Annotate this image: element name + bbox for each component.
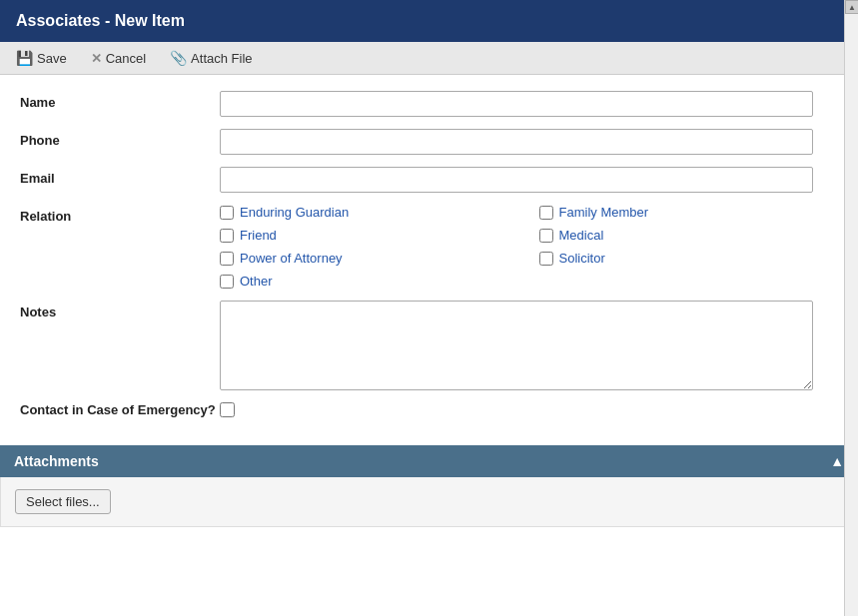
relation-checkbox-label: Family Member <box>559 205 649 220</box>
relation-checkbox-item[interactable]: Enduring Guardian <box>220 205 519 220</box>
relation-grid: Enduring GuardianFamily MemberFriendMedi… <box>220 205 838 289</box>
cancel-icon: ✕ <box>91 51 102 66</box>
email-row: Email <box>20 167 838 193</box>
relation-checkbox-rel-solicitor[interactable] <box>539 252 553 266</box>
attachments-body: Select files... <box>0 477 858 527</box>
attach-file-button[interactable]: 📎 Attach File <box>166 48 256 68</box>
relation-checkbox-rel-medical[interactable] <box>539 229 553 243</box>
notes-row: Notes <box>20 301 838 390</box>
scroll-up-arrow[interactable]: ▲ <box>845 0 858 14</box>
relation-checkbox-label: Solicitor <box>559 251 605 266</box>
relation-checkbox-item[interactable]: Family Member <box>539 205 839 220</box>
email-input[interactable] <box>220 167 813 193</box>
save-icon: 💾 <box>16 50 33 66</box>
emergency-label: Contact in Case of Emergency? <box>20 402 220 417</box>
save-button[interactable]: 💾 Save <box>12 48 71 68</box>
relation-checkbox-rel-friend[interactable] <box>220 229 234 243</box>
attachments-header[interactable]: Attachments ▲ <box>0 445 858 477</box>
attach-icon: 📎 <box>170 50 187 66</box>
attachments-title: Attachments <box>14 453 99 469</box>
phone-row: Phone <box>20 129 838 155</box>
relation-checkbox-rel-other[interactable] <box>220 275 234 289</box>
cancel-button[interactable]: ✕ Cancel <box>87 49 150 68</box>
relation-checkbox-item[interactable]: Medical <box>539 228 839 243</box>
relation-checkbox-item[interactable]: Other <box>220 274 519 289</box>
name-row: Name <box>20 91 838 117</box>
relation-checkbox-item[interactable]: Friend <box>220 228 519 243</box>
emergency-checkbox[interactable] <box>220 402 235 417</box>
phone-input[interactable] <box>220 129 813 155</box>
name-input[interactable] <box>220 91 813 117</box>
relation-checkbox-rel-family[interactable] <box>539 206 553 220</box>
relation-checkbox-label: Other <box>240 274 273 289</box>
select-files-button[interactable]: Select files... <box>15 489 111 514</box>
relation-checkbox-item[interactable]: Solicitor <box>539 251 839 266</box>
page-wrapper: Associates - New Item 💾 Save ✕ Cancel 📎 … <box>0 0 858 527</box>
toolbar: 💾 Save ✕ Cancel 📎 Attach File <box>0 42 858 75</box>
page-title: Associates - New Item <box>16 12 185 29</box>
relation-checkbox-label: Medical <box>559 228 604 243</box>
notes-textarea[interactable] <box>220 301 813 390</box>
relation-checkbox-label: Friend <box>240 228 277 243</box>
relation-label: Relation <box>20 205 220 224</box>
relation-checkbox-rel-enduring[interactable] <box>220 206 234 220</box>
form-content: Name Phone Email Relation Enduring Guard… <box>0 75 858 445</box>
relation-checkbox-label: Enduring Guardian <box>240 205 349 220</box>
relation-row: Relation Enduring GuardianFamily MemberF… <box>20 205 838 289</box>
phone-label: Phone <box>20 129 220 148</box>
email-label: Email <box>20 167 220 186</box>
attachments-section: Attachments ▲ Select files... <box>0 445 858 527</box>
relation-checkbox-item[interactable]: Power of Attorney <box>220 251 519 266</box>
emergency-row: Contact in Case of Emergency? <box>20 402 838 417</box>
relation-checkbox-rel-power[interactable] <box>220 252 234 266</box>
chevron-up-icon: ▲ <box>830 453 844 469</box>
name-label: Name <box>20 91 220 110</box>
notes-label: Notes <box>20 301 220 319</box>
title-bar: Associates - New Item <box>0 0 858 42</box>
scrollbar[interactable]: ▲ <box>844 0 858 616</box>
relation-checkbox-label: Power of Attorney <box>240 251 343 266</box>
